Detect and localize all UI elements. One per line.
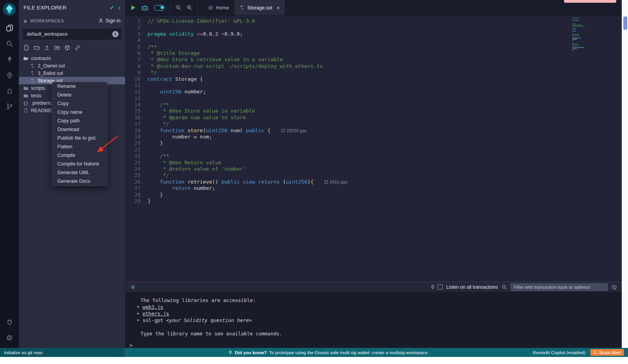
cube-icon[interactable] <box>64 45 70 51</box>
context-menu-item[interactable]: Download <box>53 126 107 134</box>
code-line: 2 <box>126 24 622 31</box>
new-file-icon[interactable] <box>24 45 29 51</box>
terminal-output[interactable]: The following libraries are accessible:•… <box>126 292 622 348</box>
git-init-button[interactable]: Initialize as git repo <box>0 348 124 357</box>
workspace-options-icon[interactable] <box>112 31 119 38</box>
deploy-run-nav-icon[interactable] <box>0 67 19 83</box>
code-line: 26 function retrieve() public view retur… <box>126 179 622 185</box>
copilot-toggle[interactable] <box>154 5 165 11</box>
clear-console-icon[interactable] <box>612 284 617 290</box>
line-number: 5 <box>126 44 148 50</box>
line-number: 4 <box>126 37 148 44</box>
line-number: 17 <box>126 121 148 127</box>
expand-terminal-icon[interactable] <box>130 284 135 289</box>
line-number: 11 <box>126 82 148 89</box>
workspace-select[interactable]: default_workspace <box>23 29 121 40</box>
line-number: 8 <box>126 63 148 69</box>
activity-bar: ⚙ <box>0 0 19 348</box>
context-menu-item[interactable]: Delete <box>53 91 107 100</box>
tab-label: Storage.sol <box>247 5 272 11</box>
new-folder-icon[interactable] <box>34 45 40 51</box>
context-menu-item[interactable]: Copy <box>53 100 107 108</box>
workspaces-menu-icon[interactable]: ≡ <box>24 18 27 24</box>
panel-title: FILE EXPLORER <box>24 5 106 11</box>
search-nav-icon[interactable] <box>0 36 19 51</box>
line-number: 7 <box>126 56 148 63</box>
context-menu-item[interactable]: Compile for Nahmii <box>53 160 107 169</box>
listen-label[interactable]: Listen on all transactions <box>446 284 498 290</box>
solidity-compiler-nav-icon[interactable] <box>0 51 19 67</box>
link-icon[interactable] <box>75 45 80 51</box>
git-nav-icon[interactable] <box>0 98 19 114</box>
context-menu-item[interactable]: Copy name <box>53 108 107 117</box>
line-number: 21 <box>126 147 148 153</box>
settings-gear-icon[interactable]: ⚙ <box>0 330 19 346</box>
file-tree-item[interactable]: contracts <box>19 55 125 62</box>
code-line: 19 number = num; <box>126 134 622 140</box>
context-menu-item[interactable]: Copy path <box>53 117 107 126</box>
close-tab-icon[interactable]: × <box>277 5 280 11</box>
scam-alert-button[interactable]: ⚠ Scam Alert <box>590 349 624 356</box>
line-number: 25 <box>126 172 148 178</box>
user-icon <box>98 18 104 24</box>
plugin-manager-nav-icon[interactable] <box>0 314 19 330</box>
gas-estimate: 22520 gas <box>281 127 307 134</box>
code-editor[interactable]: 1// SPDX-License-Identifier: GPL-3.023pr… <box>126 16 622 282</box>
line-number: 27 <box>126 185 148 191</box>
file-tree-item[interactable]: 3_Ballot.sol <box>19 69 125 77</box>
line-number: 9 <box>126 69 148 76</box>
context-menu-item[interactable]: Generate UML <box>53 169 107 177</box>
context-menu-item[interactable]: Compile <box>53 151 107 160</box>
code-line: 23 * @dev Return value <box>126 160 622 166</box>
context-menu-item[interactable]: Flatten <box>53 143 107 151</box>
library-link[interactable]: ethers.js <box>142 311 169 317</box>
tab-storage-sol[interactable]: Storage.sol× <box>234 0 285 15</box>
workspaces-label: WORKSPACES <box>30 18 95 23</box>
sign-in-button[interactable]: Sign in <box>98 18 120 24</box>
zoom-in-icon[interactable] <box>186 5 192 11</box>
scam-alert-label: Scam Alert <box>599 350 621 355</box>
code-line: 29} <box>126 198 622 204</box>
copilot-status[interactable]: RemixAI Copilot (enabled) <box>533 350 585 355</box>
context-menu-item[interactable]: Rename <box>53 82 107 91</box>
upload-file-icon[interactable] <box>44 45 50 51</box>
code-line: 13 <box>126 95 622 102</box>
file-name: 3_Ballot.sol <box>38 71 63 76</box>
line-number: 3 <box>126 31 148 37</box>
file-tree-item[interactable]: 2_Owner.sol <box>19 62 125 69</box>
ai-robot-icon[interactable] <box>141 5 149 11</box>
listen-checkbox[interactable] <box>438 284 443 289</box>
line-number: 15 <box>126 108 148 114</box>
home-icon <box>208 5 213 10</box>
file-name: contracts <box>31 56 51 61</box>
terminal-toolbar: 0 Listen on all transactions <box>126 282 622 292</box>
debugger-nav-icon[interactable] <box>0 83 19 98</box>
line-number: 29 <box>126 198 148 204</box>
zoom-out-icon[interactable] <box>175 5 181 11</box>
tab-home[interactable]: Home <box>203 0 234 15</box>
browser-scrollbar[interactable] <box>622 0 628 348</box>
terminal-line: Type the library name to see available c… <box>126 330 622 337</box>
remix-logo-icon[interactable] <box>3 3 16 16</box>
search-icon[interactable] <box>502 284 507 290</box>
run-script-play-icon[interactable] <box>131 5 136 11</box>
file-explorer-nav-icon[interactable] <box>0 20 19 36</box>
line-number: 1 <box>126 18 148 24</box>
notification-strip <box>564 0 616 3</box>
context-menu-item[interactable]: Publish file to gist <box>53 134 107 143</box>
context-menu-item[interactable]: Generate Docs <box>53 177 107 186</box>
transaction-filter-input[interactable] <box>511 283 608 291</box>
file-icon <box>23 108 29 113</box>
upload-folder-icon[interactable] <box>54 45 60 51</box>
code-line: 6 * @title Storage <box>126 50 622 56</box>
workspace-name: default_workspace <box>27 31 112 37</box>
scrollbar-thumb[interactable] <box>623 16 627 30</box>
library-link[interactable]: web3.js <box>142 304 163 310</box>
code-line: 25 */ <box>126 172 622 178</box>
code-line: 4 <box>126 37 622 44</box>
minimap[interactable] <box>572 18 594 52</box>
folder-icon <box>23 93 29 98</box>
terminal-prompt: > <box>126 342 622 348</box>
chevron-right-icon[interactable]: › <box>118 4 120 11</box>
divider <box>170 4 170 12</box>
